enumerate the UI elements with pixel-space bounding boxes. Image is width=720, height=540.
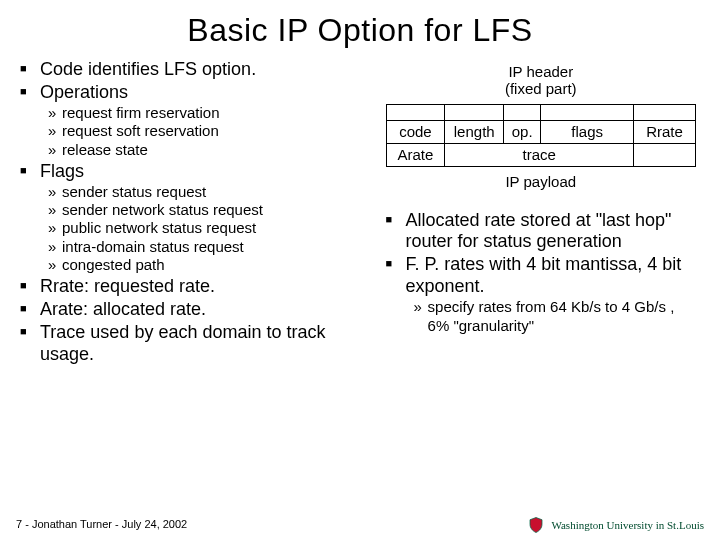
cell-flags: flags [541, 120, 634, 143]
text: IP payload [505, 173, 576, 190]
cell-rrate: Rrate [634, 120, 696, 143]
sub-item: specify rates from 64 Kb/s to 4 Gb/s , 6… [414, 298, 700, 335]
column-right: IP header (fixed part) code length op. f… [386, 59, 700, 367]
logo-text: Washington University in St.Louis [551, 519, 704, 531]
cell-length: length [445, 120, 504, 143]
sub-item: public network status request [48, 219, 368, 237]
slide: Basic IP Option for LFS Code identifies … [0, 0, 720, 540]
left-bullets: Code identifies LFS option. Operations r… [20, 59, 368, 366]
cell-op: op. [504, 120, 541, 143]
bullet-fp-rates: F. P. rates with 4 bit mantissa, 4 bit e… [386, 254, 700, 335]
bullet-trace: Trace used by each domain to track usage… [20, 322, 368, 366]
shield-icon [527, 516, 545, 534]
bullet-operations: Operations request firm reservation requ… [20, 82, 368, 159]
text: specify rates from 64 Kb/s to 4 Gb/s , 6… [428, 298, 675, 333]
text: sender network status request [62, 201, 263, 218]
text: release state [62, 141, 148, 158]
bullet-flags: Flags sender status request sender netwo… [20, 161, 368, 274]
text: Flags [40, 161, 84, 181]
bullet-arate: Arate: allocated rate. [20, 299, 368, 321]
text: request soft reservation [62, 122, 219, 139]
fp-sublist: specify rates from 64 Kb/s to 4 Gb/s , 6… [406, 298, 700, 335]
text: Trace used by each domain to track usage… [40, 322, 325, 364]
text: Operations [40, 82, 128, 102]
text: F. P. rates with 4 bit mantissa, 4 bit e… [406, 254, 682, 296]
text: code [399, 123, 432, 140]
text: trace [523, 146, 556, 163]
text: request firm reservation [62, 104, 220, 121]
bullet-rrate: Rrate: requested rate. [20, 276, 368, 298]
bullet-allocated-rate: Allocated rate stored at "last hop" rout… [386, 210, 700, 254]
text: Rrate: requested rate. [40, 276, 215, 296]
text: Arate [398, 146, 434, 163]
ip-payload-label: IP payload [386, 167, 696, 200]
sub-item: congested path [48, 256, 368, 274]
text: op. [512, 123, 533, 140]
cell-code: code [386, 120, 445, 143]
ip-packet-diagram: IP header (fixed part) code length op. f… [386, 63, 696, 200]
text: length [454, 123, 495, 140]
text: (fixed part) [505, 80, 577, 97]
footer: 7 - Jonathan Turner - July 24, 2002 [16, 518, 187, 530]
university-logo: Washington University in St.Louis [527, 516, 704, 534]
slide-title: Basic IP Option for LFS [20, 12, 700, 49]
flags-sublist: sender status request sender network sta… [40, 183, 368, 274]
cell-empty [634, 143, 696, 166]
text: flags [571, 123, 603, 140]
text: public network status request [62, 219, 256, 236]
text: intra-domain status request [62, 238, 244, 255]
cell-trace: trace [445, 143, 634, 166]
text: sender status request [62, 183, 206, 200]
text: Code identifies LFS option. [40, 59, 256, 79]
bullet-code: Code identifies LFS option. [20, 59, 368, 81]
sub-item: sender status request [48, 183, 368, 201]
text: Allocated rate stored at "last hop" rout… [406, 210, 672, 252]
cell-arate: Arate [386, 143, 445, 166]
sub-item: intra-domain status request [48, 238, 368, 256]
sub-item: release state [48, 141, 368, 159]
sub-item: request soft reservation [48, 122, 368, 140]
footer-text: 7 - Jonathan Turner - July 24, 2002 [16, 518, 187, 530]
text: congested path [62, 256, 165, 273]
right-bullets: Allocated rate stored at "last hop" rout… [386, 210, 700, 335]
ip-header-label: IP header (fixed part) [386, 63, 696, 98]
columns: Code identifies LFS option. Operations r… [20, 59, 700, 367]
text: Arate: allocated rate. [40, 299, 206, 319]
text: Rrate [646, 123, 683, 140]
operations-sublist: request firm reservation request soft re… [40, 104, 368, 159]
sub-item: request firm reservation [48, 104, 368, 122]
title-text: Basic IP Option for LFS [187, 12, 532, 48]
packet-table: code length op. flags Rrate Arate trace [386, 104, 696, 167]
column-left: Code identifies LFS option. Operations r… [20, 59, 368, 367]
text: IP header [508, 63, 573, 80]
sub-item: sender network status request [48, 201, 368, 219]
